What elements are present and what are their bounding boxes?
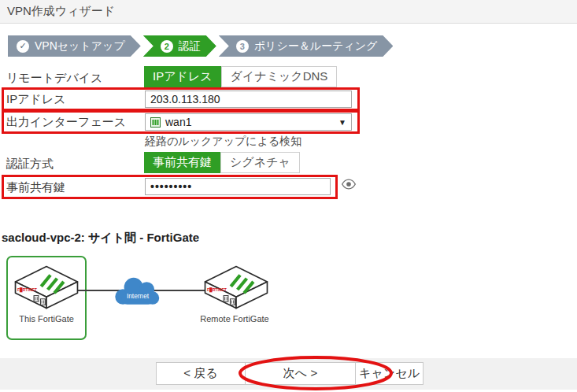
outgoing-interface-select[interactable]: wan1 ▼ [145,113,352,131]
tab-dynamic-dns[interactable]: ダイナミックDNS [221,66,338,87]
next-button[interactable]: 次へ > [246,362,356,385]
local-fortigate-icon: F█RTINET [13,264,80,311]
step-authentication[interactable]: 2 認証 [143,35,216,57]
auth-method-label: 認証方式 [6,157,54,172]
vpn-type: サイト間 [88,231,136,244]
remote-device-label: リモートデバイス [6,71,102,86]
chevron-down-icon: ▼ [338,118,346,127]
outgoing-interface-label: 出力インターフェース [6,115,126,130]
footer-buttons: < 戻る 次へ > キャンセル [156,362,424,385]
auth-method-tabset: 事前共有鍵 シグネチャ [144,152,300,173]
wizard-steps: ✓ VPNセットアップ 2 認証 3 ポリシー＆ルーティング [8,35,393,57]
cloud-label: Internet [127,292,150,300]
route-lookup-note: 経路のルックアップによる検知 [145,135,301,149]
remote-device-label: Remote FortiGate [187,314,282,324]
vpn-wizard-window: VPN作成ウィザード ✓ VPNセットアップ 2 認証 3 ポリシー＆ルーティン… [0,0,577,392]
step-policy-routing[interactable]: 3 ポリシー＆ルーティング [219,35,394,57]
interface-port-icon [150,117,161,128]
tunnel-name: sacloud-vpc-2: [2,231,88,244]
ip-address-label: IPアドレス [6,92,66,107]
vpn-template: - FortiGate [136,231,199,244]
tab-pre-shared-key[interactable]: 事前共有鍵 [144,152,220,173]
pre-shared-key-input[interactable] [145,178,331,195]
step-vpn-setup[interactable]: ✓ VPNセットアップ [8,35,141,57]
step-label: VPNセットアップ [35,39,125,54]
remote-device-tabset: IPアドレス ダイナミックDNS [144,66,337,87]
check-icon: ✓ [17,40,29,53]
outgoing-interface-value: wan1 [165,116,191,128]
svg-text:F█RTINET: F█RTINET [207,287,227,293]
ip-address-input[interactable] [145,91,352,108]
pre-shared-key-label: 事前共有鍵 [6,180,65,195]
page-title: VPN作成ウィザード [7,4,115,19]
topology-heading: sacloud-vpc-2: サイト間 - FortiGate [2,231,199,246]
step-number-badge: 2 [161,40,173,53]
window-titlebar: VPN作成ウィザード [0,0,577,24]
tab-signature[interactable]: シグネチャ [220,152,300,173]
back-button[interactable]: < 戻る [156,362,246,385]
step-label: ポリシー＆ルーティング [254,39,378,54]
svg-text:F█RTINET: F█RTINET [17,287,38,293]
internet-cloud-icon: Internet [111,274,165,310]
step-label: 認証 [179,39,201,54]
eye-icon[interactable] [341,179,357,190]
cancel-button[interactable]: キャンセル [356,362,424,385]
remote-fortigate-icon: F█RTINET [203,264,269,311]
tab-ip-address[interactable]: IPアドレス [144,66,221,87]
step-number-badge: 3 [236,40,249,53]
local-device-label: This FortiGate [6,314,87,324]
